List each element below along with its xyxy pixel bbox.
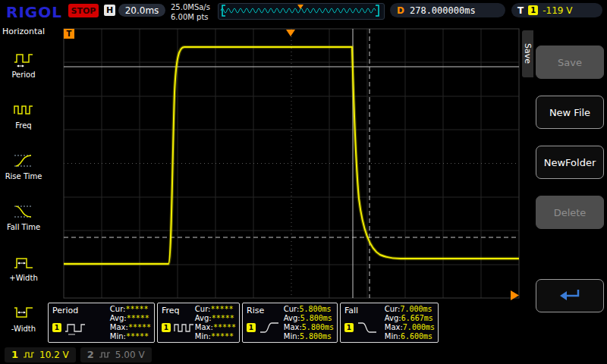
min-label: Min: xyxy=(385,332,401,341)
menu-item-pos-width[interactable]: +Width xyxy=(0,242,47,293)
avg-label: Avg: xyxy=(385,314,401,323)
waveform-display: T xyxy=(47,24,522,303)
measurement-values: Cur:7.000ms Avg:6.667ms Max:7.000ms Min:… xyxy=(385,305,435,341)
max-value: 7.000ms xyxy=(403,323,435,332)
period-icon xyxy=(14,50,33,68)
measurement-panel-period: Period 1 Cur:***** Avg:***** Max:***** M… xyxy=(48,303,155,343)
trigger-t-marker[interactable]: T xyxy=(64,29,74,39)
menu-tab-save-label: Save xyxy=(523,43,533,64)
status-bar: 1 10.2 V 2 5.00 V xyxy=(0,345,607,364)
measurement-row: Period 1 Cur:***** Avg:***** Max:***** M… xyxy=(48,303,439,343)
return-arrow-icon xyxy=(557,287,583,304)
max-label: Max: xyxy=(284,323,302,332)
memory-position-strip[interactable] xyxy=(218,3,385,20)
waveform-glow xyxy=(64,47,519,264)
new-folder-button-label: NewFolder xyxy=(544,157,596,168)
cur-value: ***** xyxy=(125,305,148,314)
menu-tab-save[interactable]: Save xyxy=(522,30,533,77)
minus-width-icon xyxy=(14,304,33,322)
menu-item-label: +Width xyxy=(9,274,37,282)
measurement-name: Period xyxy=(52,306,78,315)
graticule-svg: T xyxy=(47,24,522,303)
avg-label: Avg: xyxy=(284,314,300,323)
acquisition-info: 25.0MSa/s 6.00M pts xyxy=(171,2,210,22)
measurement-name: Fall xyxy=(344,306,358,315)
cur-label: Cur: xyxy=(110,305,126,314)
min-value: ***** xyxy=(211,332,234,341)
max-value: ***** xyxy=(213,323,236,332)
trigger-level-value: -119 V xyxy=(543,5,572,16)
menu-item-freq[interactable]: Freq xyxy=(0,89,47,140)
channel-2-indicator[interactable]: 2 5.00 V xyxy=(80,347,152,362)
trigger-readout[interactable]: T 1 -119 V xyxy=(511,3,602,17)
menu-item-fall-time[interactable]: Fall Time xyxy=(0,191,47,242)
channel-badge: 1 xyxy=(162,323,171,332)
save-button[interactable]: Save xyxy=(536,46,604,79)
max-label: Max: xyxy=(195,323,213,332)
save-menu: Save Save New File NewFolder Delete xyxy=(522,24,607,345)
max-label: Max: xyxy=(110,323,128,332)
channel-1-scale: 10.2 V xyxy=(39,350,69,360)
memory-depth: 6.00M pts xyxy=(171,12,210,22)
trigger-t-label: T xyxy=(517,5,524,16)
menu-item-neg-width[interactable]: -Width xyxy=(0,293,47,344)
menu-item-label: Fall Time xyxy=(7,223,40,231)
min-label: Min: xyxy=(195,332,211,341)
channel-2-wave-icon xyxy=(99,351,111,359)
fall-time-icon xyxy=(14,202,33,221)
measurement-panel-rise: Rise 1 Cur:5.800ms Avg:5.800ms Max:5.800… xyxy=(242,303,338,343)
menu-item-label: Rise Time xyxy=(5,172,42,180)
rigol-logo: RIGOL xyxy=(6,3,62,21)
menu-item-label: -Width xyxy=(11,325,36,333)
delay-d-label: D xyxy=(397,5,404,16)
channel-2-scale: 5.00 V xyxy=(115,350,145,360)
horizontal-h-badge: H xyxy=(104,5,115,16)
min-value: ***** xyxy=(126,332,149,341)
trigger-position-marker-icon[interactable] xyxy=(286,30,295,36)
menu-item-label: Freq xyxy=(15,121,31,130)
menu-item-rise-time[interactable]: Rise Time xyxy=(0,140,47,191)
avg-value: 6.667ms xyxy=(401,314,433,323)
delay-marker-icon xyxy=(511,290,519,300)
cur-value: 7.000ms xyxy=(400,305,432,314)
min-value: 5.800ms xyxy=(300,332,332,341)
channel-badge: 1 xyxy=(344,323,354,332)
delete-button[interactable]: Delete xyxy=(536,196,604,229)
channel-1-number: 1 xyxy=(11,349,18,360)
back-button[interactable] xyxy=(536,279,604,312)
max-label: Max: xyxy=(385,323,403,332)
memory-waveform-preview xyxy=(219,4,382,17)
min-label: Min: xyxy=(110,332,126,341)
rise-time-icon xyxy=(14,152,33,170)
freq-meas-icon xyxy=(174,320,195,335)
new-folder-button[interactable]: NewFolder xyxy=(536,146,604,179)
avg-value: ***** xyxy=(212,314,234,323)
freq-icon xyxy=(14,101,33,119)
measure-menu: Horizontal Period Freq Rise Time xyxy=(0,24,47,345)
delay-value: 278.000000ms xyxy=(410,5,476,16)
run-state-badge: STOP xyxy=(68,4,99,17)
avg-value: ***** xyxy=(127,314,149,323)
cur-value: 5.800ms xyxy=(299,305,331,314)
sample-rate: 25.0MSa/s xyxy=(171,2,210,12)
plus-width-icon xyxy=(14,253,33,271)
waveform-trace xyxy=(64,47,519,264)
new-file-button[interactable]: New File xyxy=(536,96,604,129)
cur-label: Cur: xyxy=(385,305,401,314)
fall-meas-icon xyxy=(357,320,378,335)
memory-trigger-marker-icon xyxy=(297,5,304,9)
new-file-button-label: New File xyxy=(549,107,590,118)
measurement-panel-fall: Fall 1 Cur:7.000ms Avg:6.667ms Max:7.000… xyxy=(340,303,439,343)
timebase-readout[interactable]: 20.0ms xyxy=(118,4,165,17)
max-value: 5.800ms xyxy=(302,323,334,332)
measurement-name: Rise xyxy=(247,306,264,315)
channel-1-indicator[interactable]: 1 10.2 V xyxy=(5,347,76,362)
min-label: Min: xyxy=(284,332,300,341)
min-value: 6.600ms xyxy=(401,332,432,341)
menu-item-period[interactable]: Period xyxy=(0,39,47,89)
channel-2-number: 2 xyxy=(87,349,94,360)
max-value: ***** xyxy=(128,323,151,332)
channel-badge: 1 xyxy=(52,323,61,332)
delay-readout[interactable]: D 278.000000ms xyxy=(390,3,505,17)
channel-badge: 1 xyxy=(247,323,256,332)
